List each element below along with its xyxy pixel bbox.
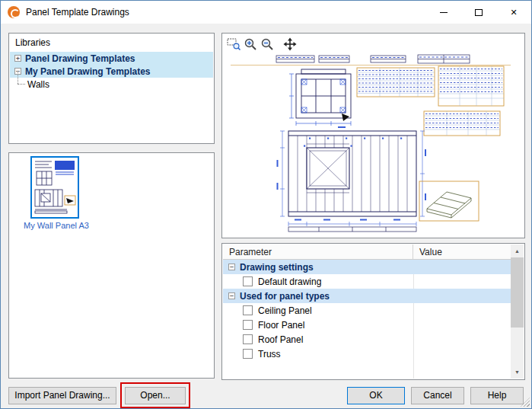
- expand-icon[interactable]: +: [14, 55, 21, 62]
- truss-checkbox[interactable]: [243, 349, 253, 359]
- param-label: Default drawing: [258, 276, 321, 287]
- param-label: Roof Panel: [258, 334, 303, 345]
- template-list-panel: My Wall Panel A3: [8, 152, 215, 379]
- param-row-ceiling-panel[interactable]: Ceiling Panel: [223, 303, 511, 318]
- param-group-label: Drawing settings: [240, 262, 314, 273]
- scroll-down-button[interactable]: ▼: [511, 366, 524, 379]
- zoom-in-icon: [243, 37, 258, 52]
- tree-connector: [18, 78, 27, 91]
- column-header-parameter: Parameter: [223, 247, 413, 257]
- minimize-button[interactable]: [426, 1, 461, 24]
- help-button[interactable]: Help: [470, 387, 524, 404]
- scroll-up-icon: ▲: [514, 248, 520, 254]
- template-thumbnail[interactable]: [30, 156, 79, 219]
- tree-item-label: Panel Drawing Templates: [25, 53, 135, 64]
- tree-item-label: Walls: [27, 79, 49, 90]
- scroll-thumb[interactable]: [511, 257, 524, 328]
- open-button[interactable]: Open...: [125, 387, 186, 404]
- collapse-icon[interactable]: −: [228, 292, 235, 299]
- preview-toolbar: [225, 36, 298, 53]
- minimize-icon: [440, 12, 448, 13]
- roof-panel-checkbox[interactable]: [243, 334, 253, 344]
- ceiling-panel-checkbox[interactable]: [243, 305, 253, 315]
- parameters-scrollbar[interactable]: ▲ ▼: [511, 244, 524, 379]
- param-group-used-for-panel-types[interactable]: − Used for panel types: [223, 289, 511, 303]
- zoom-window-icon: [226, 37, 241, 52]
- tree-item-walls[interactable]: Walls: [10, 78, 213, 91]
- ok-button[interactable]: OK: [347, 387, 405, 404]
- param-row-floor-panel[interactable]: Floor Panel: [223, 318, 511, 332]
- template-item-label: My Wall Panel A3: [20, 221, 93, 230]
- param-row-roof-panel[interactable]: Roof Panel: [223, 332, 511, 347]
- close-icon: ✕: [510, 8, 517, 17]
- libraries-panel: Libraries + Panel Drawing Templates − My…: [8, 33, 215, 144]
- title-bar: Panel Template Drawings ✕: [1, 1, 531, 24]
- param-group-label: Used for panel types: [240, 291, 330, 302]
- zoom-out-button[interactable]: [259, 37, 276, 52]
- tree-item-label: My Panel Drawing Templates: [25, 66, 151, 77]
- pan-button[interactable]: [282, 37, 298, 52]
- scroll-down-icon: ▼: [514, 369, 520, 375]
- param-group-drawing-settings[interactable]: − Drawing settings: [223, 260, 511, 274]
- app-icon: [8, 6, 20, 18]
- zoom-window-button[interactable]: [225, 37, 242, 52]
- thumbnail-drawing: [32, 158, 78, 217]
- preview-panel: [221, 33, 525, 238]
- window-title: Panel Template Drawings: [26, 7, 129, 18]
- close-button[interactable]: ✕: [496, 1, 531, 24]
- drawing-preview[interactable]: [228, 53, 521, 235]
- param-label: Floor Panel: [258, 320, 304, 331]
- param-label: Ceiling Panel: [258, 305, 312, 316]
- window-controls: ✕: [426, 1, 531, 24]
- cad-drawing: [228, 53, 521, 235]
- param-row-default-drawing[interactable]: Default drawing: [223, 274, 511, 289]
- scroll-up-button[interactable]: ▲: [511, 244, 524, 257]
- cancel-button[interactable]: Cancel: [411, 387, 464, 404]
- param-label: Truss: [258, 349, 281, 359]
- parameters-panel: Parameter Value − Drawing settings Defau…: [221, 243, 525, 380]
- zoom-out-icon: [260, 37, 275, 52]
- parameters-header: Parameter Value: [223, 244, 511, 260]
- tree-item-panel-drawing-templates[interactable]: + Panel Drawing Templates: [10, 52, 213, 65]
- collapse-icon[interactable]: −: [228, 264, 235, 270]
- default-drawing-checkbox[interactable]: [243, 276, 253, 286]
- column-header-value: Value: [413, 244, 442, 259]
- libraries-label: Libraries: [15, 37, 50, 48]
- tree-item-my-panel-drawing-templates[interactable]: − My Panel Drawing Templates: [10, 65, 213, 78]
- library-tree: + Panel Drawing Templates − My Panel Dra…: [10, 52, 213, 91]
- param-row-truss[interactable]: Truss: [223, 347, 511, 361]
- panel-template-drawings-dialog: Panel Template Drawings ✕ Libraries + Pa…: [0, 0, 532, 409]
- zoom-in-button[interactable]: [242, 37, 259, 52]
- maximize-button[interactable]: [461, 1, 496, 24]
- floor-panel-checkbox[interactable]: [243, 320, 253, 330]
- template-item-my-wall-panel-a3[interactable]: My Wall Panel A3: [20, 156, 93, 230]
- pan-icon: [282, 37, 298, 52]
- parameters-grid: − Drawing settings Default drawing − Use…: [223, 260, 511, 379]
- import-panel-drawing-button[interactable]: Import Panel Drawing...: [8, 387, 116, 404]
- maximize-icon: [475, 9, 483, 16]
